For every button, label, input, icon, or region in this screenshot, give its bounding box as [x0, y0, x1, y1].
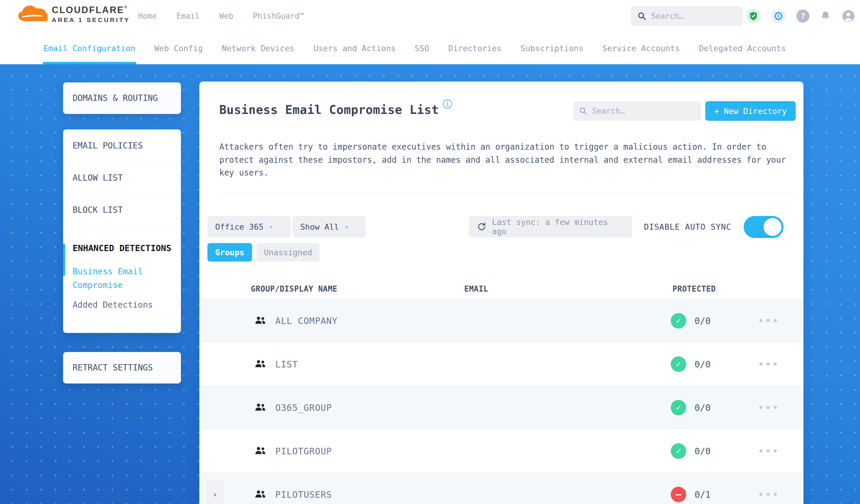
- protected-blocked-icon: −: [671, 487, 686, 502]
- chevron-right-icon: ›: [213, 490, 217, 499]
- sidebar-item-block-list[interactable]: BLOCK LIST: [63, 194, 181, 226]
- secondary-navigation: Email Configuration Web Config Network D…: [0, 32, 860, 64]
- tab-service-accounts[interactable]: Service Accounts: [603, 32, 680, 64]
- protected-count: 0/0: [694, 446, 711, 456]
- row-menu-icon[interactable]: •••: [758, 446, 780, 456]
- active-item-indicator: [63, 244, 65, 276]
- nav-phishguard[interactable]: PhishGuard™: [253, 12, 304, 20]
- page-description: Attackers often try to impersonate execu…: [219, 141, 787, 179]
- auto-sync-label: DISABLE AUTO SYNC: [644, 216, 731, 237]
- last-sync-status[interactable]: Last sync: a few minutes ago: [469, 216, 632, 237]
- tab-subscriptions[interactable]: Subscriptions: [520, 32, 583, 64]
- security-shield-icon[interactable]: [746, 9, 761, 23]
- refresh-icon: [477, 222, 487, 232]
- group-people-icon: [255, 359, 266, 369]
- sidebar-card-policies: EMAIL POLICIES ALLOW LIST BLOCK LIST ENH…: [63, 129, 181, 333]
- sidebar-item-retract-settings[interactable]: RETRACT SETTINGS: [63, 352, 181, 384]
- nav-email[interactable]: Email: [176, 12, 200, 20]
- tab-directories[interactable]: Directories: [448, 32, 501, 64]
- nav-web[interactable]: Web: [219, 12, 233, 20]
- group-name: PILOTUSERS: [275, 489, 332, 500]
- protected-ok-icon: ✓: [671, 443, 686, 459]
- last-sync-text: Last sync: a few minutes ago: [492, 217, 624, 236]
- tab-email-configuration[interactable]: Email Configuration: [43, 32, 135, 64]
- top-navigation: Home Email Web PhishGuard™: [138, 0, 304, 32]
- row-menu-icon[interactable]: •••: [758, 359, 780, 369]
- protected-ok-icon: ✓: [671, 400, 686, 415]
- protected-count: 0/0: [694, 359, 711, 369]
- tab-delegated-accounts[interactable]: Delegated Accounts: [699, 32, 786, 64]
- row-menu-icon[interactable]: •••: [758, 402, 780, 413]
- column-header-group-name: GROUP/DISPLAY NAME: [251, 285, 338, 293]
- global-search-input[interactable]: [651, 12, 736, 20]
- protected-count: 0/1: [694, 489, 711, 500]
- protected-ok-icon: ✓: [671, 357, 686, 372]
- search-icon: [637, 12, 646, 20]
- help-icon[interactable]: ?: [796, 10, 809, 23]
- group-people-icon: [255, 316, 266, 326]
- cloudflare-cloud-icon: [17, 4, 48, 24]
- tab-users-and-actions[interactable]: Users and Actions: [313, 32, 396, 64]
- table-row[interactable]: › PILOTUSERS − 0/1 •••: [199, 473, 803, 504]
- divider: [219, 193, 796, 193]
- protected-count: 0/0: [694, 402, 711, 413]
- chevron-down-icon: ▾: [270, 224, 273, 230]
- column-header-email: EMAIL: [464, 285, 488, 293]
- column-header-protected: PROTECTED: [673, 285, 716, 293]
- global-search[interactable]: [631, 6, 743, 26]
- top-header: CLOUDFLARE® AREA 1 SECURITY Home Email W…: [0, 0, 860, 32]
- sidebar-card-domains-routing[interactable]: DOMAINS & ROUTING: [63, 83, 181, 114]
- filter-select[interactable]: Show All ▾: [292, 216, 366, 237]
- logo-wordmark: CLOUDFLARE®: [52, 5, 130, 15]
- tab-network-devices[interactable]: Network Devices: [222, 32, 294, 64]
- logo-subtitle: AREA 1 SECURITY: [52, 16, 130, 24]
- table-row[interactable]: LIST ✓ 0/0 •••: [199, 342, 803, 386]
- list-search-input[interactable]: [592, 106, 695, 115]
- tab-unassigned[interactable]: Unassigned: [257, 243, 319, 261]
- toggle-knob: [763, 218, 782, 236]
- sidebar-section-enhanced-detections: ENHANCED DETECTIONS Business Email Compr…: [63, 226, 181, 322]
- profile-avatar-icon[interactable]: [842, 9, 855, 23]
- sidebar-item-allow-list[interactable]: ALLOW LIST: [63, 161, 181, 194]
- notifications-bell-icon[interactable]: [820, 11, 831, 22]
- cloudflare-logo: CLOUDFLARE® AREA 1 SECURITY: [17, 4, 130, 24]
- row-menu-icon[interactable]: •••: [758, 489, 780, 500]
- list-search[interactable]: [573, 101, 701, 121]
- directory-select[interactable]: Office 365 ▾: [207, 216, 291, 237]
- table-row[interactable]: PILOTGROUP ✓ 0/0 •••: [199, 429, 803, 473]
- registered-mark: ®: [124, 5, 128, 9]
- sidebar-item-enhanced-detections[interactable]: ENHANCED DETECTIONS: [73, 242, 171, 255]
- sidebar-card-retract-settings[interactable]: RETRACT SETTINGS: [63, 352, 181, 384]
- protected-count: 0/0: [694, 315, 711, 326]
- tab-web-config[interactable]: Web Config: [155, 32, 203, 64]
- table-row[interactable]: O365_GROUP ✓ 0/0 •••: [199, 386, 803, 429]
- row-menu-icon[interactable]: •••: [758, 315, 780, 326]
- group-name: O365_GROUP: [275, 402, 332, 413]
- group-people-icon: [255, 403, 266, 413]
- protected-ok-icon: ✓: [671, 313, 686, 329]
- group-people-icon: [255, 446, 266, 456]
- new-directory-button[interactable]: + New Directory: [705, 101, 796, 121]
- group-people-icon: [255, 489, 266, 500]
- sidebar-item-added-detections[interactable]: Added Detections: [73, 300, 171, 310]
- main-panel: Business Email Compromise Listi + New Di…: [199, 82, 803, 504]
- table-row[interactable]: ALL COMPANY ✓ 0/0 •••: [199, 299, 803, 342]
- info-icon[interactable]: i: [443, 99, 452, 109]
- chevron-down-icon: ▾: [345, 224, 348, 230]
- group-name: PILOTGROUP: [275, 446, 332, 456]
- sidebar-item-domains-routing[interactable]: DOMAINS & ROUTING: [63, 83, 181, 114]
- groups-table: ALL COMPANY ✓ 0/0 ••• LIST ✓ 0/0 ••• O36…: [199, 299, 803, 504]
- expand-row-button[interactable]: ›: [207, 481, 223, 504]
- settings-gear-icon[interactable]: ⚙: [771, 9, 786, 23]
- auto-sync-toggle[interactable]: [744, 216, 784, 238]
- page-title: Business Email Compromise Listi: [219, 103, 452, 117]
- sidebar-item-business-email-compromise[interactable]: Business Email Compromise: [73, 265, 171, 292]
- group-name: ALL COMPANY: [275, 315, 338, 326]
- tab-sso[interactable]: SSO: [415, 32, 429, 64]
- search-icon: [579, 107, 587, 115]
- sidebar-item-email-policies[interactable]: EMAIL POLICIES: [63, 129, 181, 161]
- tab-groups[interactable]: Groups: [207, 243, 252, 261]
- nav-home[interactable]: Home: [138, 12, 157, 20]
- group-name: LIST: [275, 359, 298, 369]
